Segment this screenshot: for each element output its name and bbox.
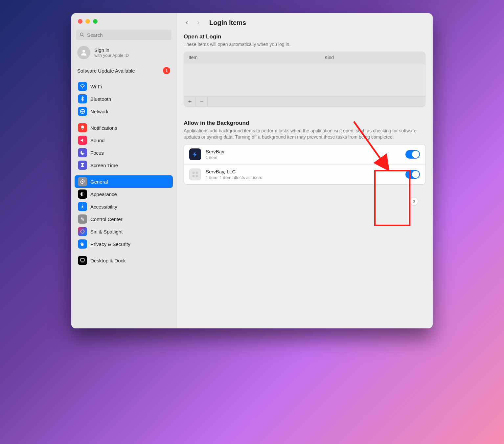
allow-bg-sub: Applications add background items to per… xyxy=(184,128,425,140)
svg-rect-21 xyxy=(196,175,198,177)
sidebar-item-desktop-dock[interactable]: Desktop & Dock xyxy=(75,254,173,267)
sidebar-item-wifi[interactable]: Wi-Fi xyxy=(75,80,173,93)
sidebar-item-label: Desktop & Dock xyxy=(90,258,126,263)
servbay-app-icon xyxy=(189,148,201,160)
sign-in-row[interactable]: Sign in with your Apple ID xyxy=(71,43,176,62)
sidebar-item-accessibility[interactable]: Accessibility xyxy=(75,200,173,213)
bg-text: ServBay, LLC 1 item: 1 item affects all … xyxy=(206,169,401,180)
open-at-login-section: Open at Login These items will open auto… xyxy=(184,32,425,111)
sidebar-item-label: Network xyxy=(90,109,108,114)
svg-point-0 xyxy=(80,33,83,36)
sidebar-item-focus[interactable]: Focus xyxy=(75,146,173,159)
back-button[interactable] xyxy=(184,18,190,27)
background-items-list: ServBay 1 item ServBay, LLC 1 item: 1 it… xyxy=(184,144,425,185)
zoom-window-button[interactable] xyxy=(93,19,98,24)
sidebar-item-network[interactable]: Network xyxy=(75,105,173,118)
update-badge: 1 xyxy=(163,67,170,74)
chevron-right-icon xyxy=(196,19,200,26)
allow-background-section: Allow in the Background Applications add… xyxy=(184,111,425,189)
sidebar-group-network: Wi-Fi Bluetooth Network xyxy=(71,77,176,118)
close-window-button[interactable] xyxy=(78,19,82,24)
sidebar-item-label: Privacy & Security xyxy=(90,241,130,247)
login-items-table: Item Kind xyxy=(184,52,425,107)
minimize-window-button[interactable] xyxy=(85,19,90,24)
software-update-row[interactable]: Software Update Available 1 xyxy=(71,62,176,77)
speaker-icon xyxy=(78,136,87,145)
toggle-servbay-llc[interactable] xyxy=(405,170,420,179)
svg-point-3 xyxy=(82,88,83,88)
bg-item-name: ServBay, LLC xyxy=(206,169,401,174)
sidebar-item-label: Wi-Fi xyxy=(90,84,102,89)
sidebar-item-control-center[interactable]: Control Center xyxy=(75,213,173,225)
wifi-icon xyxy=(78,82,87,91)
search-input[interactable] xyxy=(76,30,172,40)
gear-icon xyxy=(78,177,87,186)
svg-rect-18 xyxy=(193,171,195,173)
siri-icon xyxy=(78,227,87,236)
settings-window: Sign in with your Apple ID Software Upda… xyxy=(71,13,433,328)
main-content: Login Items Open at Login These items wi… xyxy=(176,13,433,328)
sidebar-item-siri-spotlight[interactable]: Siri & Spotlight xyxy=(75,225,173,238)
sign-in-text: Sign in with your Apple ID xyxy=(94,47,129,58)
svg-point-2 xyxy=(82,50,85,53)
bg-row-servbay: ServBay 1 item xyxy=(184,144,425,165)
remove-button[interactable] xyxy=(196,97,208,106)
svg-point-7 xyxy=(82,205,83,206)
svg-rect-20 xyxy=(193,175,195,177)
sidebar-item-label: Accessibility xyxy=(90,204,117,210)
sign-in-title: Sign in xyxy=(94,47,129,53)
svg-line-1 xyxy=(83,35,84,37)
person-icon xyxy=(80,49,88,56)
sliders-icon xyxy=(78,214,87,224)
help-button[interactable]: ? xyxy=(410,197,418,206)
toggle-servbay[interactable] xyxy=(405,150,420,159)
bg-row-servbay-llc: ServBay, LLC 1 item: 1 item affects all … xyxy=(184,165,425,184)
bg-item-name: ServBay xyxy=(206,149,401,154)
sidebar-item-privacy-security[interactable]: Privacy & Security xyxy=(75,238,173,250)
sign-in-sub: with your Apple ID xyxy=(94,53,129,58)
sidebar-item-label: Bluetooth xyxy=(90,96,111,102)
sidebar-item-label: Sound xyxy=(90,138,104,143)
svg-point-9 xyxy=(81,218,82,219)
column-item[interactable]: Item xyxy=(184,52,320,63)
add-button[interactable] xyxy=(184,97,196,106)
sidebar-group-system3: Desktop & Dock xyxy=(71,251,176,267)
page-title: Login Items xyxy=(209,19,246,27)
svg-point-12 xyxy=(81,230,84,233)
sidebar-item-appearance[interactable]: Appearance xyxy=(75,188,173,200)
forward-button[interactable] xyxy=(195,18,201,27)
table-header: Item Kind xyxy=(184,52,425,63)
column-kind[interactable]: Kind xyxy=(320,52,425,63)
svg-point-5 xyxy=(82,181,83,183)
table-body xyxy=(184,63,425,96)
sidebar-item-screen-time[interactable]: Screen Time xyxy=(75,159,173,171)
help-wrap: ? xyxy=(184,189,425,206)
svg-point-11 xyxy=(83,219,84,220)
sidebar-item-label: Control Center xyxy=(90,216,123,222)
sidebar: Sign in with your Apple ID Software Upda… xyxy=(71,13,176,328)
chevron-left-icon xyxy=(185,19,189,26)
sidebar-item-notifications[interactable]: Notifications xyxy=(75,122,173,134)
bg-item-detail: 1 item xyxy=(206,155,401,160)
bg-item-detail: 1 item: 1 item affects all users xyxy=(206,175,401,180)
bluetooth-icon xyxy=(78,94,87,103)
allow-bg-title: Allow in the Background xyxy=(184,120,425,126)
appearance-icon xyxy=(78,189,87,199)
sidebar-group-system2: General Appearance Accessibility Control… xyxy=(71,172,176,251)
grid-icon xyxy=(192,171,199,178)
moon-icon xyxy=(78,148,87,157)
sidebar-item-label: Siri & Spotlight xyxy=(90,229,123,234)
sidebar-item-bluetooth[interactable]: Bluetooth xyxy=(75,93,173,105)
bell-icon xyxy=(78,123,87,132)
search-field-wrap xyxy=(71,30,176,43)
minus-icon xyxy=(199,99,204,104)
sidebar-item-label: Appearance xyxy=(90,191,117,197)
bg-text: ServBay 1 item xyxy=(206,149,401,160)
dock-icon xyxy=(78,256,87,265)
sidebar-item-general[interactable]: General xyxy=(75,175,173,188)
svg-rect-14 xyxy=(81,262,84,262)
sidebar-item-label: Focus xyxy=(90,150,104,156)
sidebar-item-sound[interactable]: Sound xyxy=(75,134,173,146)
hand-icon xyxy=(78,239,87,249)
software-update-label: Software Update Available xyxy=(77,68,135,74)
